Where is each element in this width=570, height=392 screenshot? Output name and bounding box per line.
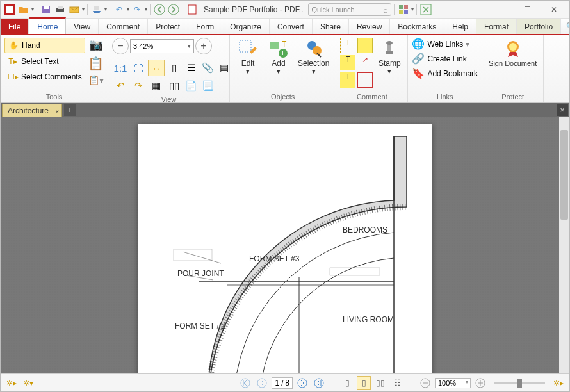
new-tab-button[interactable]: +: [64, 104, 76, 116]
options-left-icon[interactable]: ✲▸: [4, 376, 19, 390]
close-button[interactable]: ✕: [541, 1, 567, 18]
email-icon[interactable]: [68, 3, 81, 16]
document-tab[interactable]: Architecture ×: [2, 104, 62, 117]
nav-forward-icon[interactable]: [167, 3, 180, 16]
tab-share[interactable]: Share: [313, 19, 349, 34]
redo-icon[interactable]: ↷: [131, 3, 143, 16]
rotate-left-icon[interactable]: ↶: [112, 78, 129, 94]
fit-page-icon[interactable]: ⛶: [130, 60, 147, 76]
zoom-display[interactable]: 100%: [435, 378, 471, 388]
scrollbar-thumb[interactable]: [560, 130, 568, 220]
arrow-tool-icon[interactable]: ↗: [357, 55, 373, 70]
scan-icon[interactable]: [90, 3, 103, 16]
first-page-button[interactable]: [238, 376, 252, 390]
tab-view[interactable]: View: [66, 19, 99, 34]
view-grid-icon[interactable]: ▦: [148, 78, 165, 94]
layout-facing-cont-icon[interactable]: ☷: [390, 376, 404, 390]
tab-review[interactable]: Review: [349, 19, 390, 34]
svg-point-41: [298, 379, 307, 388]
zoom-out-button[interactable]: −: [112, 38, 129, 54]
quick-launch-search[interactable]: Quick Launch (CTRL+.): [308, 3, 391, 16]
highlight-icon[interactable]: T: [340, 55, 355, 70]
options-icon[interactable]: [397, 3, 410, 16]
close-all-tabs-button[interactable]: ×: [557, 104, 568, 116]
layout-single-icon[interactable]: ▯: [340, 376, 354, 390]
snapshot-icon[interactable]: 📷: [89, 38, 103, 52]
add-bookmark-button[interactable]: 🔖 Add Bookmark: [412, 67, 478, 79]
create-link-button[interactable]: 🔗 Create Link: [412, 53, 478, 65]
rotate-right-icon[interactable]: ↷: [130, 78, 147, 94]
sticky-note-icon[interactable]: [357, 38, 373, 53]
selection-button[interactable]: Selection▾: [295, 38, 332, 76]
svg-text:+: +: [281, 49, 285, 58]
document-viewport[interactable]: BEDROOMS LIVING ROOM POUR JOINT FORM SET…: [1, 117, 569, 373]
zoom-slider[interactable]: [494, 382, 545, 384]
undo-icon[interactable]: ↶: [113, 3, 126, 16]
tab-convert[interactable]: Convert: [270, 19, 313, 34]
zoom-out-status[interactable]: [418, 376, 432, 390]
tab-form[interactable]: Form: [188, 19, 222, 34]
page-indicator[interactable]: 1 / 8: [272, 377, 293, 389]
maximize-button[interactable]: ☐: [514, 1, 540, 18]
hand-icon: ✋: [8, 40, 19, 51]
tab-help[interactable]: Help: [444, 19, 476, 34]
tab-organize[interactable]: Organize: [222, 19, 270, 34]
tab-format[interactable]: Format: [476, 19, 517, 34]
text-box-icon[interactable]: T: [340, 72, 355, 88]
next-page-button[interactable]: [295, 376, 309, 390]
find-icon[interactable]: 🔍: [566, 22, 570, 31]
selection-icon: [304, 39, 323, 58]
close-tab-icon[interactable]: ×: [55, 106, 59, 118]
select-text-tool[interactable]: T▸ Select Text: [4, 54, 85, 69]
app-icon[interactable]: [3, 3, 16, 16]
stamp-button[interactable]: Stamp▾: [375, 38, 403, 76]
save-icon[interactable]: [40, 3, 53, 16]
ui-options-icon[interactable]: [419, 3, 432, 16]
tab-portfolio[interactable]: Portfolio: [517, 19, 561, 34]
svg-text:BEDROOMS: BEDROOMS: [343, 225, 387, 234]
tab-file[interactable]: File: [1, 19, 29, 34]
print-icon[interactable]: [54, 3, 67, 16]
tab-protect[interactable]: Protect: [148, 19, 188, 34]
pdf-page: BEDROOMS LIVING ROOM POUR JOINT FORM SET…: [138, 124, 432, 373]
vertical-scrollbar[interactable]: [559, 117, 569, 373]
web-links-button[interactable]: 🌐 Web Links ▾: [412, 38, 478, 50]
typewriter-icon[interactable]: T: [340, 38, 355, 53]
select-comments-tool[interactable]: ☐▸ Select Comments: [4, 70, 85, 84]
zoom-in-status[interactable]: [473, 376, 487, 390]
open-icon[interactable]: [17, 3, 30, 16]
actual-size-icon[interactable]: 1:1: [112, 60, 129, 76]
svg-text:POUR JOINT: POUR JOINT: [177, 269, 224, 278]
last-page-button[interactable]: [312, 376, 326, 390]
zoom-slider-knob[interactable]: [517, 379, 522, 388]
status-options-icon[interactable]: ✲▸: [551, 376, 566, 390]
sign-document-button[interactable]: Sign Document: [486, 38, 539, 69]
hand-tool[interactable]: ✋ Hand: [4, 38, 85, 53]
options-left2-icon[interactable]: ✲▾: [21, 376, 35, 390]
layout-continuous-icon[interactable]: ▯: [357, 376, 371, 390]
svg-point-25: [509, 43, 517, 51]
svg-text:FORM SET #3: FORM SET #3: [249, 254, 300, 263]
zoom-input[interactable]: 3.42%: [130, 39, 194, 53]
edit-button[interactable]: Edit▾: [234, 38, 262, 76]
minimize-button[interactable]: ─: [487, 1, 513, 18]
view-options-icon[interactable]: 📃: [199, 78, 216, 94]
add-button[interactable]: T+ Add▾: [265, 38, 293, 76]
prev-page-button[interactable]: [255, 376, 269, 390]
zoom-in-button[interactable]: +: [195, 38, 212, 54]
two-page-icon[interactable]: ▯▯: [166, 78, 183, 94]
page-setup-icon[interactable]: 📄: [183, 78, 199, 94]
clipboard-icon[interactable]: 📋: [88, 56, 104, 71]
single-page-icon[interactable]: ▯: [166, 60, 183, 76]
clipboard-menu-icon[interactable]: 📋▾: [88, 75, 104, 85]
tab-bookmarks[interactable]: Bookmarks: [390, 19, 444, 34]
layout-facing-icon[interactable]: ▯▯: [373, 376, 387, 390]
tab-home[interactable]: Home: [29, 17, 66, 34]
continuous-icon[interactable]: ☰: [183, 60, 199, 76]
rect-tool-icon[interactable]: [357, 72, 373, 88]
fit-width-icon[interactable]: ↔: [148, 60, 165, 76]
nav-back-icon[interactable]: [153, 3, 166, 16]
window-title: Sample PDF Portfolio - PDF..: [204, 5, 303, 14]
tab-comment[interactable]: Comment: [99, 19, 148, 34]
attachment-icon[interactable]: 📎: [199, 60, 216, 76]
